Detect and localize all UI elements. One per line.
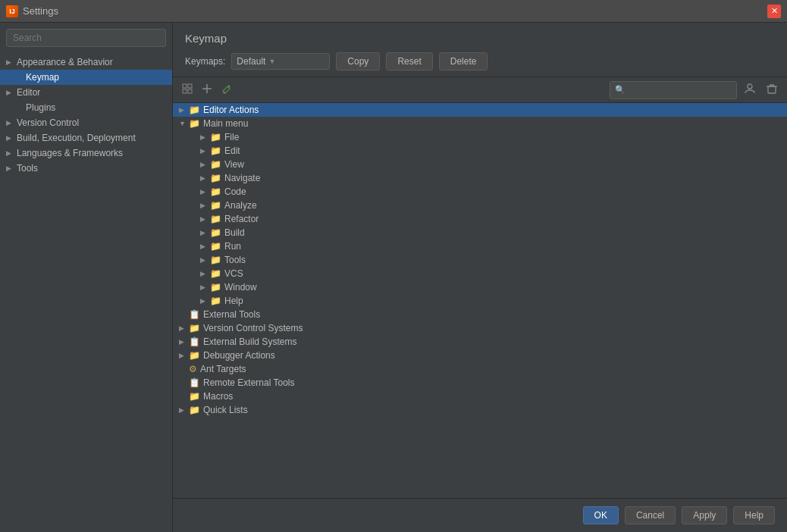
tree-item-label: Navigate xyxy=(224,173,260,183)
sidebar-item-plugins[interactable]: Plugins xyxy=(0,100,172,115)
tree-item-analyze[interactable]: ▶ 📁 Analyze xyxy=(173,199,787,212)
tree-item-quick-lists[interactable]: ▶ 📁 Quick Lists xyxy=(173,403,787,417)
tree-item-file[interactable]: ▶ 📁 File xyxy=(173,130,787,144)
expand-all-icon xyxy=(182,83,193,94)
tree-item-vcs-systems[interactable]: ▶ 📁 Version Control Systems xyxy=(173,321,787,335)
tree-item-debugger[interactable]: ▶ 📁 Debugger Actions xyxy=(173,349,787,362)
folder-icon: 📁 xyxy=(210,282,221,293)
tree-item-edit[interactable]: ▶ 📁 Edit xyxy=(173,144,787,158)
page-title: Keymap xyxy=(185,32,775,45)
help-button[interactable]: Help xyxy=(733,506,775,524)
delete-icon-button[interactable] xyxy=(763,81,781,99)
tree-item-run[interactable]: ▶ 📁 Run xyxy=(173,239,787,253)
arrow-icon: ▶ xyxy=(200,215,209,223)
content-area: Keymap Keymaps: Default ▼ Copy Reset Del… xyxy=(173,23,787,532)
tree-item-label: Quick Lists xyxy=(203,405,248,415)
folder-icon: 📁 xyxy=(210,173,221,183)
tree-container: ▶ 📁 Editor Actions ▼ 📁 Main menu ▶ 📁 Fil… xyxy=(173,103,787,498)
tree-item-macros[interactable]: 📁 Macros xyxy=(173,390,787,403)
tree-item-refactor[interactable]: ▶ 📁 Refactor xyxy=(173,212,787,226)
tree-item-window[interactable]: ▶ 📁 Window xyxy=(173,280,787,294)
tree-item-tools-menu[interactable]: ▶ 📁 Tools xyxy=(173,253,787,267)
svg-rect-3 xyxy=(188,89,192,93)
tree-item-label: File xyxy=(224,132,239,142)
content-header: Keymap Keymaps: Default ▼ Copy Reset Del… xyxy=(173,23,787,77)
arrow-icon: ▶ xyxy=(200,256,209,264)
special-folder-icon: 📁 xyxy=(189,105,200,115)
sidebar-item-build[interactable]: ▶ Build, Execution, Deployment xyxy=(0,130,172,146)
sidebar-item-editor[interactable]: ▶ Editor xyxy=(0,85,172,100)
tree-item-external-tools[interactable]: 📋 External Tools xyxy=(173,308,787,321)
folder-icon: 📁 xyxy=(210,241,221,252)
tree-search-input[interactable] xyxy=(626,83,732,97)
tree-item-label: View xyxy=(224,159,244,170)
footer: OK Cancel Apply Help xyxy=(173,498,787,532)
close-button[interactable]: ✕ xyxy=(767,5,781,18)
tree-item-vcs[interactable]: ▶ 📁 VCS xyxy=(173,267,787,280)
sidebar-search-input[interactable] xyxy=(6,29,166,47)
user-icon-button[interactable] xyxy=(740,80,760,99)
cancel-button[interactable]: Cancel xyxy=(625,506,676,524)
expand-all-button[interactable] xyxy=(179,82,196,98)
search-tree-icon: 🔍 xyxy=(615,85,626,95)
svg-rect-1 xyxy=(188,84,192,88)
tree-item-label: Editor Actions xyxy=(203,105,259,115)
sidebar-item-label: Plugins xyxy=(26,102,55,113)
tree-item-help[interactable]: ▶ 📁 Help xyxy=(173,294,787,308)
sidebar-item-appearance[interactable]: ▶ Appearance & Behavior xyxy=(0,55,172,70)
tree-item-remote-tools[interactable]: 📋 Remote External Tools xyxy=(173,376,787,390)
sidebar-item-tools[interactable]: ▶ Tools xyxy=(0,161,172,176)
reset-button[interactable]: Reset xyxy=(386,52,432,70)
tree-item-label: Ant Targets xyxy=(200,364,246,374)
arrow-icon: ▶ xyxy=(6,149,15,157)
arrow-icon: ▶ xyxy=(6,134,15,142)
tree-item-label: Version Control Systems xyxy=(203,323,303,333)
svg-rect-2 xyxy=(183,89,187,93)
tree-item-label: Tools xyxy=(224,255,246,265)
tree-item-label: Main menu xyxy=(203,118,248,129)
collapse-all-button[interactable] xyxy=(199,82,215,98)
tree-item-label: Remote External Tools xyxy=(203,377,295,388)
tree-item-main-menu[interactable]: ▼ 📁 Main menu xyxy=(173,117,787,130)
edit-button[interactable] xyxy=(218,82,235,98)
ok-button[interactable]: OK xyxy=(583,506,619,524)
apply-button[interactable]: Apply xyxy=(682,506,727,524)
arrow-icon: ▶ xyxy=(200,283,209,291)
tree-item-navigate[interactable]: ▶ 📁 Navigate xyxy=(173,171,787,185)
main-container: ▶ Appearance & Behavior Keymap ▶ Editor … xyxy=(0,23,787,532)
arrow-icon: ▶ xyxy=(200,229,209,236)
tree-item-label: External Tools xyxy=(203,309,260,320)
arrow-icon: ▶ xyxy=(200,147,209,155)
tree-item-view[interactable]: ▶ 📁 View xyxy=(173,158,787,171)
arrow-icon: ▶ xyxy=(179,352,188,359)
keymap-dropdown[interactable]: Default ▼ xyxy=(231,53,330,70)
folder-icon: 📁 xyxy=(210,214,221,224)
app-icon: IJ xyxy=(6,5,18,17)
sidebar-item-label: Keymap xyxy=(26,72,59,83)
arrow-icon: ▶ xyxy=(6,89,15,96)
tree-item-ant-targets[interactable]: ⚙ Ant Targets xyxy=(173,362,787,376)
pencil-icon xyxy=(221,83,232,94)
tree-item-label: VCS xyxy=(224,268,243,279)
user-icon xyxy=(743,82,757,95)
svg-rect-0 xyxy=(183,84,187,88)
folder-icon: 📁 xyxy=(210,186,221,197)
arrow-icon: ▶ xyxy=(200,202,209,209)
tree-item-label: External Build Systems xyxy=(203,336,296,347)
copy-button[interactable]: Copy xyxy=(336,52,380,70)
tree-item-external-build[interactable]: ▶ 📋 External Build Systems xyxy=(173,335,787,349)
folder-icon: 📁 xyxy=(210,296,221,306)
arrow-icon: ▶ xyxy=(200,161,209,168)
arrow-icon: ▼ xyxy=(179,120,188,127)
delete-button[interactable]: Delete xyxy=(439,52,488,70)
tree-item-editor-actions[interactable]: ▶ 📁 Editor Actions xyxy=(173,103,787,117)
sidebar-item-keymap[interactable]: Keymap xyxy=(0,70,172,85)
sidebar-item-version-control[interactable]: ▶ Version Control xyxy=(0,115,172,130)
sidebar-item-languages[interactable]: ▶ Languages & Frameworks xyxy=(0,146,172,161)
sidebar-item-label: Build, Execution, Deployment xyxy=(17,133,136,143)
tree-item-build[interactable]: ▶ 📁 Build xyxy=(173,226,787,239)
arrow-icon: ▶ xyxy=(200,243,209,250)
arrow-icon: ▶ xyxy=(200,270,209,277)
special-icon: 📋 xyxy=(189,336,200,347)
tree-item-code[interactable]: ▶ 📁 Code xyxy=(173,185,787,199)
